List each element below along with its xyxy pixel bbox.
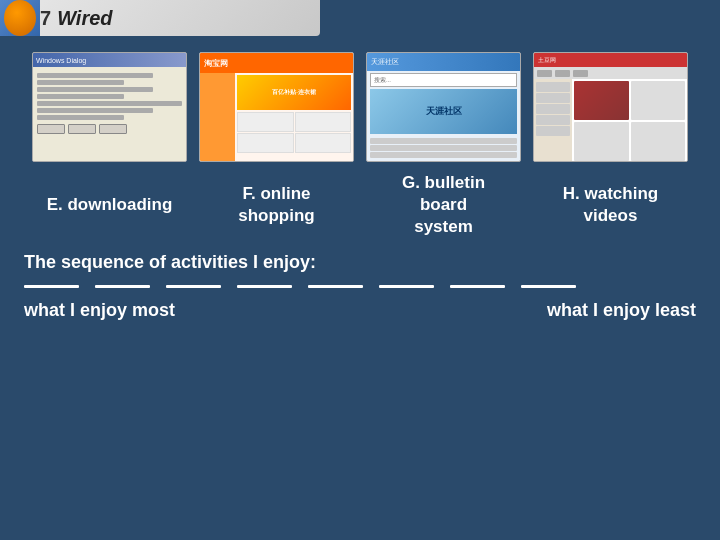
- sequence-text: The sequence of activities I enjoy:: [16, 248, 704, 275]
- ss-f-grid: [237, 112, 351, 153]
- label-item-g: G. bulletinboardsystem: [366, 172, 521, 238]
- ss-g-text-overlay: 天涯社区: [426, 105, 462, 118]
- blank-3: [166, 285, 221, 288]
- blank-1: [24, 285, 79, 288]
- ss-h-thumb1: [574, 81, 629, 120]
- header-title: Wired: [57, 7, 112, 30]
- ss-e-btn3: [99, 124, 127, 134]
- ss-g-row1: [370, 138, 517, 144]
- ss-f-logo: 淘宝网: [204, 58, 228, 69]
- screenshots-row: Windows Dialog: [16, 52, 704, 162]
- label-item-f: F. onlineshopping: [199, 183, 354, 227]
- screenshot-item-g: 天涯社区 搜索... 天涯社区: [366, 52, 521, 162]
- ss-e-line1: [37, 73, 153, 78]
- ss-h-nav: [534, 67, 687, 79]
- bottom-label-left: what I enjoy most: [24, 300, 175, 321]
- ss-g-row2: [370, 145, 517, 151]
- ss-e-line2: [37, 80, 124, 85]
- ss-h-nav-dot1: [537, 70, 552, 77]
- ss-e-body: [33, 67, 186, 162]
- ss-h-nav-dot3: [573, 70, 588, 77]
- header-icon: [0, 0, 40, 36]
- screenshot-box-f: 淘宝网 百亿补贴·连衣裙: [199, 52, 354, 162]
- ss-f-cell2: [295, 112, 352, 132]
- ss-h-nav-dot2: [555, 70, 570, 77]
- ss-h-body: [534, 79, 687, 162]
- ss-f-main: 百亿补贴·连衣裙: [235, 73, 353, 162]
- labels-row: E. downloading F. onlineshopping G. bull…: [16, 172, 704, 238]
- screenshot-item-h: 土豆网: [533, 52, 688, 162]
- screenshot-item-f: 淘宝网 百亿补贴·连衣裙: [199, 52, 354, 162]
- ss-g-row3: [370, 152, 517, 158]
- screenshot-item-e: Windows Dialog: [32, 52, 187, 162]
- ss-f-cell3: [237, 133, 294, 153]
- label-f: F. onlineshopping: [238, 183, 314, 227]
- ss-f-banner: 百亿补贴·连衣裙: [237, 75, 351, 110]
- label-h: H. watchingvideos: [563, 183, 658, 227]
- globe-icon: [4, 0, 36, 36]
- ss-h-sidebar: [534, 79, 572, 162]
- bottom-labels-row: what I enjoy most what I enjoy least: [16, 298, 704, 321]
- ss-h-main: [572, 79, 687, 162]
- ss-h-sidebar-item3: [536, 104, 570, 114]
- ss-g-banner: 天涯社区: [370, 89, 517, 134]
- ss-h-thumb4: [631, 122, 686, 161]
- label-item-e: E. downloading: [32, 194, 187, 216]
- ss-e-line3: [37, 87, 153, 92]
- ss-f-top: 淘宝网: [200, 53, 353, 73]
- ss-e-line6: [37, 108, 153, 113]
- ss-e-line7: [37, 115, 124, 120]
- ss-e-line5: [37, 101, 182, 106]
- main-content: Windows Dialog: [0, 36, 720, 540]
- blank-2: [95, 285, 150, 288]
- ss-f-cell1: [237, 112, 294, 132]
- ss-h-sidebar-item5: [536, 126, 570, 136]
- ss-f-body: 百亿补贴·连衣裙: [200, 73, 353, 162]
- ss-g-search: 搜索...: [370, 73, 517, 87]
- ss-f-cell4: [295, 133, 352, 153]
- ss-h-sidebar-item1: [536, 82, 570, 92]
- bottom-label-right: what I enjoy least: [547, 300, 696, 321]
- ss-h-sidebar-item4: [536, 115, 570, 125]
- label-e: E. downloading: [47, 194, 173, 216]
- ss-e-btn2: [68, 124, 96, 134]
- ss-h-sidebar-item2: [536, 93, 570, 103]
- blank-8: [521, 285, 576, 288]
- blank-7: [450, 285, 505, 288]
- screenshot-box-e: Windows Dialog: [32, 52, 187, 162]
- ss-e-buttons: [37, 124, 182, 134]
- ss-g-top: 天涯社区: [367, 53, 520, 71]
- label-item-h: H. watchingvideos: [533, 183, 688, 227]
- ss-e-titlebar: Windows Dialog: [33, 53, 186, 67]
- screenshot-box-g: 天涯社区 搜索... 天涯社区: [366, 52, 521, 162]
- label-g: G. bulletinboardsystem: [402, 172, 485, 238]
- ss-h-top: 土豆网: [534, 53, 687, 67]
- lesson-number: 7: [40, 7, 51, 30]
- ss-f-nav: [200, 73, 235, 162]
- blank-6: [379, 285, 434, 288]
- blank-5: [308, 285, 363, 288]
- blanks-row: [16, 285, 704, 288]
- ss-h-thumb2: [631, 81, 686, 120]
- ss-e-line4: [37, 94, 124, 99]
- blank-4: [237, 285, 292, 288]
- ss-g-rows: [367, 135, 520, 161]
- ss-e-btn1: [37, 124, 65, 134]
- header-bar: 7 Wired: [0, 0, 320, 36]
- ss-h-thumb3: [574, 122, 629, 161]
- screenshot-box-h: 土豆网: [533, 52, 688, 162]
